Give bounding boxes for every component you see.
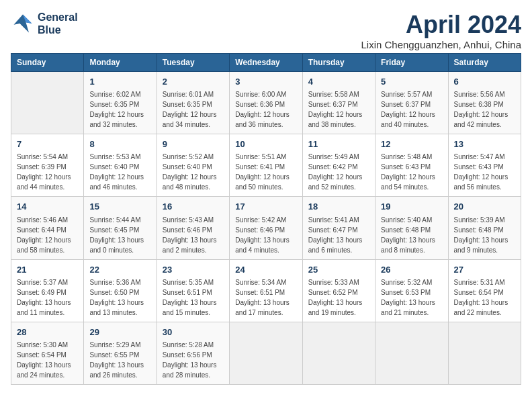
day-info: Sunrise: 5:44 AMSunset: 6:45 PMDaylight:… [89, 215, 150, 255]
day-info-line: Sunset: 6:51 PM [235, 287, 296, 298]
day-info-line: Daylight: 13 hours and 19 minutes. [308, 298, 369, 318]
calendar-day-cell: 23Sunrise: 5:35 AMSunset: 6:51 PMDayligh… [157, 259, 229, 322]
day-info-line: Sunrise: 5:47 AM [454, 152, 515, 162]
day-number: 25 [308, 264, 369, 276]
calendar-day-cell [375, 322, 448, 384]
day-info: Sunrise: 5:35 AMSunset: 6:51 PMDaylight:… [163, 277, 224, 318]
day-info: Sunrise: 5:53 AMSunset: 6:40 PMDaylight:… [89, 152, 150, 192]
day-info-line: Daylight: 13 hours and 4 minutes. [235, 235, 296, 255]
calendar-day-cell: 2Sunrise: 6:01 AMSunset: 6:35 PMDaylight… [157, 72, 229, 134]
day-info: Sunrise: 5:57 AMSunset: 6:37 PMDaylight:… [381, 89, 442, 130]
day-number: 11 [308, 138, 369, 150]
day-info-line: Daylight: 13 hours and 13 minutes. [89, 298, 150, 318]
day-info-line: Daylight: 13 hours and 17 minutes. [235, 298, 296, 318]
day-number: 8 [89, 138, 150, 150]
location-subtitle: Lixin Chengguanzhen, Anhui, China [361, 39, 521, 50]
day-number: 15 [89, 201, 150, 213]
day-info-line: Sunrise: 5:52 AM [163, 152, 224, 162]
page-header: General Blue April 2024 Lixin Chengguanz… [11, 11, 521, 50]
calendar-day-cell: 29Sunrise: 5:29 AMSunset: 6:55 PMDayligh… [84, 322, 157, 384]
day-info: Sunrise: 5:47 AMSunset: 6:43 PMDaylight:… [454, 152, 515, 192]
svg-marker-0 [14, 15, 32, 33]
calendar-body: 1Sunrise: 6:02 AMSunset: 6:35 PMDaylight… [11, 72, 521, 385]
day-info-line: Daylight: 13 hours and 26 minutes. [89, 360, 150, 380]
day-info-line: Sunrise: 5:48 AM [381, 152, 442, 162]
calendar-day-cell: 4Sunrise: 5:58 AMSunset: 6:37 PMDaylight… [302, 72, 375, 134]
day-info: Sunrise: 5:41 AMSunset: 6:47 PMDaylight:… [308, 215, 369, 255]
day-info-line: Sunset: 6:51 PM [163, 287, 224, 298]
calendar-day-cell: 21Sunrise: 5:37 AMSunset: 6:49 PMDayligh… [11, 259, 84, 322]
day-info-line: Daylight: 12 hours and 48 minutes. [163, 172, 224, 192]
day-info-line: Daylight: 12 hours and 58 minutes. [17, 235, 78, 255]
calendar-day-cell: 22Sunrise: 5:36 AMSunset: 6:50 PMDayligh… [84, 259, 157, 322]
day-info-line: Sunrise: 5:56 AM [454, 89, 515, 99]
day-number: 28 [17, 326, 78, 338]
day-number: 10 [235, 138, 296, 150]
day-info-line: Sunset: 6:46 PM [235, 225, 296, 235]
logo-icon [11, 11, 35, 36]
day-number: 4 [308, 76, 369, 88]
day-info-line: Daylight: 13 hours and 11 minutes. [17, 298, 78, 318]
day-info-line: Sunset: 6:46 PM [163, 225, 224, 235]
calendar-day-cell: 9Sunrise: 5:52 AMSunset: 6:40 PMDaylight… [157, 134, 229, 197]
day-info: Sunrise: 5:46 AMSunset: 6:44 PMDaylight:… [17, 215, 78, 255]
day-info-line: Sunset: 6:53 PM [381, 287, 442, 298]
day-info-line: Sunrise: 5:43 AM [163, 215, 224, 225]
day-info-line: Sunset: 6:47 PM [308, 225, 369, 235]
calendar-day-cell: 27Sunrise: 5:31 AMSunset: 6:54 PMDayligh… [448, 259, 521, 322]
day-info: Sunrise: 5:37 AMSunset: 6:49 PMDaylight:… [17, 277, 78, 318]
day-number: 17 [235, 201, 296, 213]
day-info-line: Sunrise: 6:01 AM [163, 89, 224, 99]
calendar-week-row: 7Sunrise: 5:54 AMSunset: 6:39 PMDaylight… [11, 134, 521, 197]
day-info-line: Sunset: 6:35 PM [89, 99, 150, 109]
calendar-week-row: 14Sunrise: 5:46 AMSunset: 6:44 PMDayligh… [11, 197, 521, 259]
day-number: 1 [89, 76, 150, 88]
calendar-day-cell: 5Sunrise: 5:57 AMSunset: 6:37 PMDaylight… [375, 72, 448, 134]
day-info-line: Sunset: 6:38 PM [454, 99, 515, 109]
calendar-day-cell: 7Sunrise: 5:54 AMSunset: 6:39 PMDaylight… [11, 134, 84, 197]
day-info: Sunrise: 5:34 AMSunset: 6:51 PMDaylight:… [235, 277, 296, 318]
day-info-line: Daylight: 13 hours and 24 minutes. [17, 360, 78, 380]
day-info-line: Sunrise: 6:02 AM [89, 89, 150, 99]
day-info-line: Daylight: 12 hours and 34 minutes. [163, 109, 224, 130]
calendar-day-cell: 12Sunrise: 5:48 AMSunset: 6:43 PMDayligh… [375, 134, 448, 197]
day-number: 16 [163, 201, 224, 213]
calendar-table: SundayMondayTuesdayWednesdayThursdayFrid… [11, 53, 521, 385]
day-info-line: Sunrise: 5:39 AM [454, 215, 515, 225]
calendar-header-cell: Friday [375, 54, 448, 72]
day-info: Sunrise: 5:54 AMSunset: 6:39 PMDaylight:… [17, 152, 78, 192]
day-info-line: Daylight: 12 hours and 52 minutes. [308, 172, 369, 192]
calendar-week-row: 1Sunrise: 6:02 AMSunset: 6:35 PMDaylight… [11, 72, 521, 134]
calendar-day-cell: 26Sunrise: 5:32 AMSunset: 6:53 PMDayligh… [375, 259, 448, 322]
day-info-line: Daylight: 12 hours and 32 minutes. [89, 109, 150, 130]
day-info-line: Daylight: 13 hours and 8 minutes. [381, 235, 442, 255]
day-info-line: Sunrise: 5:31 AM [454, 277, 515, 287]
day-number: 30 [163, 326, 224, 338]
day-number: 18 [308, 201, 369, 213]
day-info: Sunrise: 5:39 AMSunset: 6:48 PMDaylight:… [454, 215, 515, 255]
day-info-line: Sunset: 6:43 PM [454, 162, 515, 172]
calendar-week-row: 28Sunrise: 5:30 AMSunset: 6:54 PMDayligh… [11, 322, 521, 384]
day-info: Sunrise: 5:40 AMSunset: 6:48 PMDaylight:… [381, 215, 442, 255]
day-info-line: Sunset: 6:37 PM [381, 99, 442, 109]
day-info-line: Sunrise: 5:58 AM [308, 89, 369, 99]
day-info-line: Daylight: 12 hours and 54 minutes. [381, 172, 442, 192]
day-number: 9 [163, 138, 224, 150]
day-info-line: Sunset: 6:40 PM [89, 162, 150, 172]
day-number: 29 [89, 326, 150, 338]
day-info-line: Sunset: 6:44 PM [17, 225, 78, 235]
day-info-line: Daylight: 13 hours and 2 minutes. [163, 235, 224, 255]
day-info: Sunrise: 6:02 AMSunset: 6:35 PMDaylight:… [89, 89, 150, 130]
day-info-line: Sunset: 6:50 PM [89, 287, 150, 298]
day-info-line: Daylight: 13 hours and 28 minutes. [163, 360, 224, 380]
day-info: Sunrise: 5:43 AMSunset: 6:46 PMDaylight:… [163, 215, 224, 255]
day-info-line: Sunset: 6:41 PM [235, 162, 296, 172]
day-info-line: Sunrise: 6:00 AM [235, 89, 296, 99]
day-info-line: Sunrise: 5:44 AM [89, 215, 150, 225]
month-title: April 2024 [361, 11, 521, 39]
day-info-line: Sunrise: 5:51 AM [235, 152, 296, 162]
calendar-day-cell [448, 322, 521, 384]
day-info: Sunrise: 5:48 AMSunset: 6:43 PMDaylight:… [381, 152, 442, 192]
day-number: 26 [381, 264, 442, 276]
day-number: 3 [235, 76, 296, 88]
